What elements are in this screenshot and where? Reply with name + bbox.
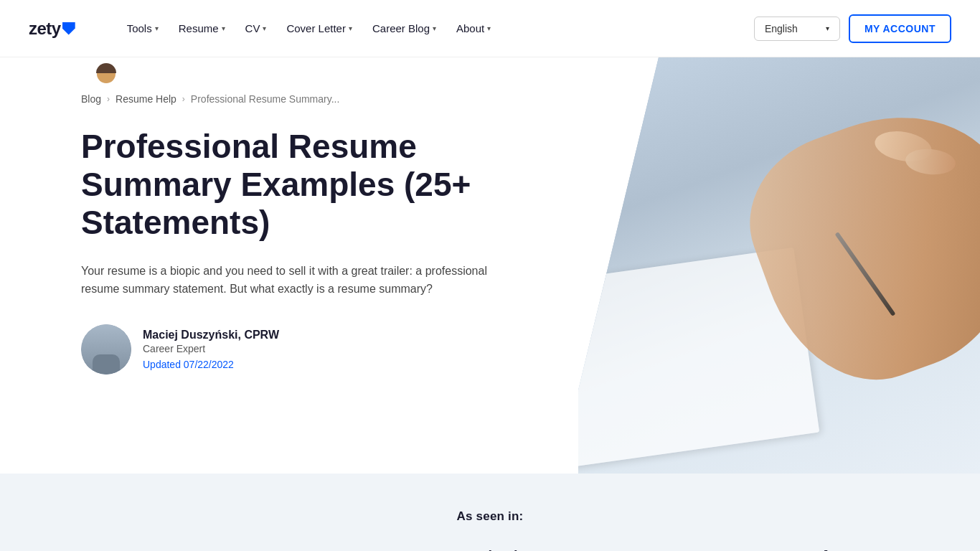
huffpost-logo-text: !HUFFPOST! (243, 547, 334, 552)
logo-icon (62, 22, 75, 35)
my-account-button[interactable]: MY ACCOUNT (849, 14, 951, 43)
hero-image (578, 57, 980, 474)
forbes-logo[interactable]: Forbes· (796, 547, 848, 551)
main-nav: Tools ▾ Resume ▾ CV ▾ Cover Letter ▾ Car… (118, 17, 754, 40)
avatar-image (81, 324, 131, 375)
guardian-logo[interactable]: theguardian (132, 548, 199, 551)
hero-image-background (578, 57, 980, 474)
guardian-logo-text: theguardian (132, 548, 199, 551)
site-header: zety Tools ▾ Resume ▾ CV ▾ Cover Letter … (0, 0, 980, 57)
media-logos-container: theguardian !HUFFPOST! lifehacker busine… (132, 547, 847, 551)
logo-text: zety (29, 19, 61, 39)
header-right: English ▾ MY ACCOUNT (754, 14, 951, 43)
language-selector[interactable]: English ▾ (754, 17, 840, 41)
forbes-logo-text: Forbes· (796, 547, 848, 551)
nav-item-resume[interactable]: Resume ▾ (170, 17, 234, 40)
hero-section: Blog › Resume Help › Professional Resume… (0, 57, 980, 474)
nav-item-cv[interactable]: CV ▾ (237, 17, 275, 40)
chevron-down-icon: ▾ (155, 24, 159, 32)
breadcrumb-blog[interactable]: Blog (81, 93, 101, 105)
author-name: Maciej Duszyński, CPRW (143, 329, 279, 342)
nav-item-career-blog[interactable]: Career Blog ▾ (364, 17, 445, 40)
lifehacker-logo-text: lifehacker (377, 548, 446, 552)
businesscom-logo-text: business.com (488, 548, 581, 551)
language-current: English (765, 23, 798, 34)
breadcrumb: Blog › Resume Help › Professional Resume… (81, 93, 509, 105)
author-area: Maciej Duszyński, CPRW Career Expert Upd… (81, 324, 509, 375)
chevron-down-icon: ▾ (349, 24, 352, 32)
nav-item-cover-letter[interactable]: Cover Letter ▾ (278, 17, 361, 40)
author-info: Maciej Duszyński, CPRW Career Expert Upd… (143, 329, 279, 370)
site-logo[interactable]: zety (29, 19, 75, 39)
financial-times-logo[interactable]: FINANCIAL TIMES (625, 548, 753, 551)
financial-times-logo-text: FINANCIAL TIMES (625, 548, 753, 551)
chevron-down-icon: ▾ (433, 24, 436, 32)
chevron-down-icon: ▾ (826, 24, 829, 32)
breadcrumb-separator-1: › (107, 94, 110, 104)
author-avatar (81, 324, 131, 375)
chevron-down-icon: ▾ (263, 24, 266, 32)
nav-item-about[interactable]: About ▾ (448, 17, 499, 40)
author-updated-date[interactable]: Updated 07/22/2022 (143, 359, 279, 370)
breadcrumb-separator-2: › (182, 94, 185, 104)
huffpost-logo[interactable]: !HUFFPOST! (243, 547, 334, 552)
breadcrumb-resume-help[interactable]: Resume Help (116, 93, 176, 105)
article-title: Professional Resume Summary Examples (25… (81, 128, 509, 242)
chevron-down-icon: ▾ (487, 24, 491, 32)
as-seen-in-title: As seen in: (457, 509, 524, 524)
author-job-title: Career Expert (143, 343, 279, 354)
hero-content: Blog › Resume Help › Professional Resume… (0, 57, 538, 418)
nav-item-tools[interactable]: Tools ▾ (118, 17, 167, 40)
article-subtitle: Your resume is a biopic and you need to … (81, 262, 509, 298)
businesscom-logo[interactable]: business.com (488, 548, 581, 551)
chevron-down-icon: ▾ (222, 24, 225, 32)
lifehacker-logo[interactable]: lifehacker (377, 548, 446, 552)
as-seen-in-section: As seen in: theguardian !HUFFPOST! lifeh… (0, 474, 980, 551)
breadcrumb-current: Professional Resume Summary... (191, 93, 339, 105)
